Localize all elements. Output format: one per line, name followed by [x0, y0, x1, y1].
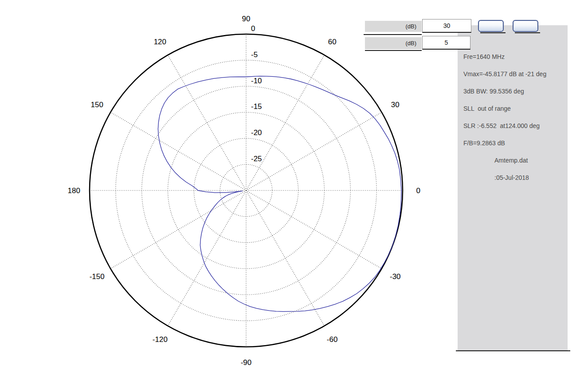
grid-spoke	[246, 190, 325, 326]
divider-line	[364, 34, 422, 35]
info-line-beamwidth: 3dB BW: 99.5356 deg	[463, 83, 568, 100]
angle-tick-label: -120	[153, 335, 168, 344]
grid-spoke	[168, 55, 247, 190]
grid-spoke	[110, 113, 246, 191]
step-db-input[interactable]	[422, 36, 470, 50]
info-line-vmax: Vmax=-45.8177 dB at -21 deg	[463, 66, 568, 83]
info-line-slr: SLR :-6.552 at124.000 deg	[463, 117, 568, 135]
control-button-2[interactable]	[513, 20, 538, 32]
divider-line	[365, 50, 422, 51]
range-db-input[interactable]	[422, 19, 471, 33]
pattern-curve	[158, 76, 401, 312]
info-line-frequency: Fre=1640 MHz	[463, 48, 568, 66]
angle-tick-label: -150	[90, 272, 105, 281]
angle-tick-label: 90	[242, 15, 251, 23]
angle-tick-label: 180	[68, 186, 80, 195]
radial-tick-label: -15	[251, 102, 262, 111]
control-button-1[interactable]	[478, 20, 504, 32]
angle-tick-label: 0	[416, 186, 420, 195]
info-line-front-back: F/B=9.2863 dB	[463, 135, 568, 152]
info-line-sll: SLL out of range	[463, 100, 568, 117]
button-underline	[515, 32, 540, 33]
angle-tick-label: 30	[391, 101, 400, 109]
step-db-label: (dB)	[365, 37, 422, 49]
angle-tick-label: 150	[91, 101, 103, 109]
radial-tick-label: -10	[251, 77, 262, 85]
angle-tick-label: 120	[154, 38, 166, 46]
info-panel: Fre=1640 MHz Vmax=-45.8177 dB at -21 deg…	[458, 25, 568, 350]
info-line-filename: Amtemp.dat	[463, 152, 568, 169]
radial-tick-label: 0	[251, 24, 255, 33]
angle-tick-label: -30	[390, 272, 401, 281]
angle-tick-label: -90	[241, 358, 252, 367]
application-window: 0306090120150180-150-120-90-60-300-5-10-…	[0, 0, 584, 392]
grid-spoke	[246, 113, 382, 191]
radial-tick-label: -20	[251, 128, 262, 137]
angle-tick-label: -60	[327, 335, 338, 344]
button-underline	[480, 32, 506, 33]
grid-spoke	[110, 190, 246, 269]
grid-spoke	[168, 190, 247, 326]
grid-spoke	[246, 55, 325, 190]
angle-tick-label: 60	[328, 38, 337, 46]
panel-bottom-divider	[456, 350, 570, 351]
range-db-label: (dB)	[365, 21, 422, 32]
info-line-date: :05-Jul-2018	[463, 169, 568, 186]
radial-tick-label: -5	[251, 50, 258, 59]
grid-spoke	[246, 190, 382, 269]
radial-tick-label: -25	[251, 155, 262, 163]
